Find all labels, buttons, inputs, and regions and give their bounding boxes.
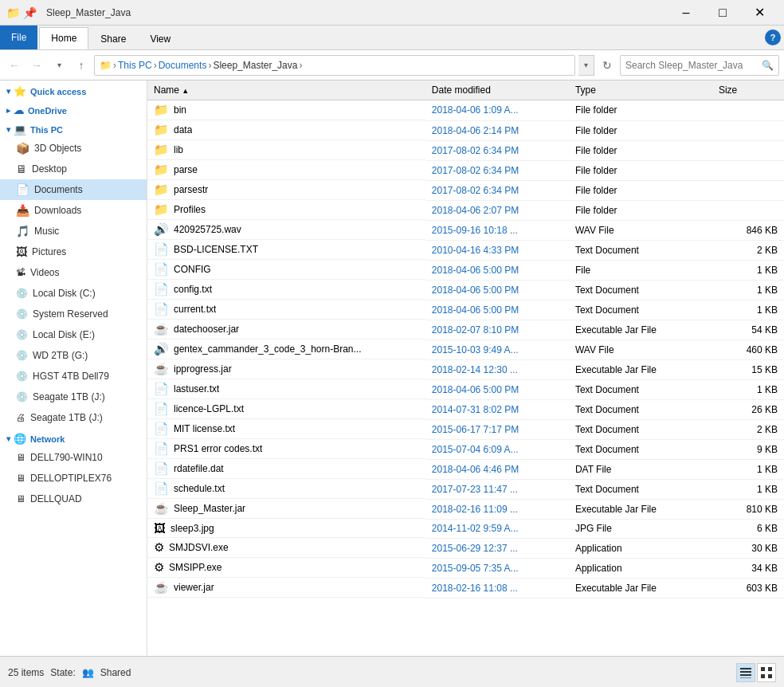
search-input[interactable]: [625, 60, 762, 71]
close-button[interactable]: ✕: [741, 0, 778, 26]
sidebar-item-videos[interactable]: 📽 Videos: [0, 262, 147, 283]
recent-locations-button[interactable]: ▾: [49, 56, 69, 75]
tab-file[interactable]: File: [0, 26, 37, 49]
table-row[interactable]: 🔊420925725.wav2015-09-16 10:18 ...WAV Fi…: [147, 220, 784, 240]
sidebar-item-desktop[interactable]: 🖥 Desktop: [0, 159, 147, 179]
downloads-label: Downloads: [34, 205, 81, 216]
sidebar-item-documents[interactable]: 📄 Documents: [0, 179, 147, 200]
table-row[interactable]: 📄PRS1 error codes.txt2015-07-04 6:09 A..…: [147, 439, 784, 459]
onedrive-icon: ☁: [14, 104, 24, 116]
this-pc-arrow: ▾: [6, 125, 10, 134]
table-row[interactable]: 📁data2018-04-06 2:14 PMFile folder: [147, 120, 784, 140]
sidebar-item-system-reserved[interactable]: 💿 System Reserved: [0, 304, 147, 324]
table-row[interactable]: ⚙SMSIPP.exe2015-09-05 7:35 A...Applicati…: [147, 558, 784, 578]
sidebar-section-quick-access[interactable]: ▾ ⭐ Quick access: [0, 80, 147, 100]
file-date: 2015-09-16 10:18 ...: [425, 220, 569, 240]
file-type: Executable Jar File: [569, 578, 712, 598]
sidebar-item-seagate-1tb[interactable]: 💿 Seagate 1TB (J:): [0, 387, 147, 407]
file-date: 2018-02-14 12:30 ...: [425, 359, 569, 379]
sidebar-section-onedrive[interactable]: ▸ ☁ OneDrive: [0, 100, 147, 119]
up-button[interactable]: ↑: [72, 56, 91, 75]
maximize-button[interactable]: □: [704, 0, 741, 26]
tab-share[interactable]: Share: [88, 28, 138, 49]
sidebar-item-wd-2tb[interactable]: 💿 WD 2TB (G:): [0, 345, 147, 366]
col-header-name[interactable]: Name ▲: [147, 80, 425, 100]
table-row[interactable]: ☕Sleep_Master.jar2018-02-16 11:09 ...Exe…: [147, 499, 784, 519]
sidebar-item-3d-objects[interactable]: 📦 3D Objects: [0, 138, 147, 159]
table-row[interactable]: 📁bin2018-04-06 1:09 A...File folder: [147, 100, 784, 121]
minimize-button[interactable]: –: [668, 0, 704, 26]
col-header-type[interactable]: Type: [569, 80, 712, 100]
back-button[interactable]: ←: [5, 56, 24, 75]
table-row[interactable]: 📁parse2017-08-02 6:34 PMFile folder: [147, 160, 784, 180]
sidebar-item-pictures[interactable]: 🖼 Pictures: [0, 241, 147, 262]
main-layout: ▾ ⭐ Quick access ▸ ☁ OneDrive ▾ 💻 This P…: [0, 80, 784, 656]
local-disk-c-icon: 💿: [16, 288, 28, 299]
table-row[interactable]: 📄schedule.txt2017-07-23 11:47 ...Text Do…: [147, 479, 784, 499]
details-view-button[interactable]: [736, 663, 755, 682]
ribbon: File Home Share View ?: [0, 26, 784, 50]
file-date: 2014-11-02 9:59 A...: [425, 519, 569, 538]
sidebar-item-seagate-1tb-2[interactable]: 🖨 Seagate 1TB (J:): [0, 407, 147, 428]
tab-view[interactable]: View: [138, 28, 182, 49]
file-type: File folder: [569, 160, 712, 180]
table-row[interactable]: 📁parsestr2017-08-02 6:34 PMFile folder: [147, 180, 784, 200]
table-row[interactable]: 📄current.txt2018-04-06 5:00 PMText Docum…: [147, 300, 784, 320]
sidebar-item-local-disk-e[interactable]: 💿 Local Disk (E:): [0, 324, 147, 345]
table-row[interactable]: 🔊gentex_cammander_3_code_3_horn-Bran...2…: [147, 340, 784, 359]
table-row[interactable]: 📄BSD-LICENSE.TXT2010-04-16 4:33 PMText D…: [147, 240, 784, 260]
dell790-icon: 🖥: [16, 452, 25, 463]
table-row[interactable]: 📄config.txt2018-04-06 5:00 PMText Docume…: [147, 280, 784, 300]
file-name: sleep3.jpg: [171, 523, 214, 534]
table-row[interactable]: 🖼sleep3.jpg2014-11-02 9:59 A...JPG File6…: [147, 519, 784, 538]
sidebar-item-dell790[interactable]: 🖥 DELL790-WIN10: [0, 447, 147, 468]
sidebar-item-downloads[interactable]: 📥 Downloads: [0, 200, 147, 221]
col-header-size[interactable]: Size: [712, 80, 784, 100]
file-icon: ☕: [154, 501, 169, 516]
sidebar: ▾ ⭐ Quick access ▸ ☁ OneDrive ▾ 💻 This P…: [0, 80, 147, 656]
svg-rect-7: [768, 674, 772, 678]
table-row[interactable]: ⚙SMJDSVI.exe2015-06-29 12:37 ...Applicat…: [147, 538, 784, 558]
file-size: 1 KB: [712, 300, 784, 320]
file-list-container[interactable]: Name ▲ Date modified Type Size 📁bin2018-…: [147, 80, 784, 656]
address-dropdown[interactable]: ▾: [578, 55, 594, 76]
table-row[interactable]: ☕viewer.jar2018-02-16 11:08 ...Executabl…: [147, 578, 784, 598]
large-icons-view-button[interactable]: [757, 663, 776, 682]
sidebar-item-music[interactable]: 🎵 Music: [0, 221, 147, 241]
file-type: Application: [569, 558, 712, 578]
file-size: 26 KB: [712, 399, 784, 419]
dellquad-label: DELLQUAD: [30, 493, 82, 504]
seagate-1tb-label: Seagate 1TB (J:): [33, 391, 105, 402]
table-row[interactable]: 📁Profiles2018-04-06 2:07 PMFile folder: [147, 200, 784, 220]
sidebar-section-this-pc[interactable]: ▾ 💻 This PC: [0, 119, 147, 138]
file-type: WAV File: [569, 340, 712, 359]
sidebar-section-network[interactable]: ▾ 🌐 Network: [0, 428, 147, 447]
help-button[interactable]: ?: [765, 29, 781, 45]
file-type: Text Document: [569, 240, 712, 260]
table-row[interactable]: 📄CONFIG2018-04-06 5:00 PMFile1 KB: [147, 260, 784, 280]
table-row[interactable]: ☕ipprogress.jar2018-02-14 12:30 ...Execu…: [147, 359, 784, 379]
sidebar-item-dellquad[interactable]: 🖥 DELLQUAD: [0, 489, 147, 509]
table-row[interactable]: 📄licence-LGPL.txt2014-07-31 8:02 PMText …: [147, 399, 784, 419]
sidebar-item-hgst-4tb[interactable]: 💿 HGST 4TB Dell79: [0, 366, 147, 387]
breadcrumb-current[interactable]: Sleep_Master_Java: [213, 60, 297, 71]
col-header-date[interactable]: Date modified: [425, 80, 569, 100]
refresh-button[interactable]: ↻: [598, 56, 617, 75]
file-type: Executable Jar File: [569, 359, 712, 379]
sidebar-item-delloptiplex[interactable]: 🖥 DELLOPTIPLEX76: [0, 468, 147, 489]
breadcrumb-documents[interactable]: Documents: [159, 60, 207, 71]
tab-home[interactable]: Home: [39, 27, 88, 49]
table-row[interactable]: 📁lib2017-08-02 6:34 PMFile folder: [147, 140, 784, 160]
breadcrumb-bar[interactable]: 📁 › This PC › Documents › Sleep_Master_J…: [94, 55, 575, 76]
table-row[interactable]: ☕datechooser.jar2018-02-07 8:10 PMExecut…: [147, 320, 784, 340]
table-row[interactable]: 📄MIT license.txt2015-06-17 7:17 PMText D…: [147, 419, 784, 439]
table-row[interactable]: 📄lastuser.txt2018-04-06 5:00 PMText Docu…: [147, 379, 784, 399]
forward-button[interactable]: →: [27, 56, 46, 75]
breadcrumb-this-pc[interactable]: This PC: [118, 60, 152, 71]
search-bar[interactable]: 🔍: [620, 55, 779, 76]
local-disk-e-label: Local Disk (E:): [33, 329, 95, 340]
table-row[interactable]: 📄rdatefile.dat2018-04-06 4:46 PMDAT File…: [147, 459, 784, 479]
file-name: BSD-LICENSE.TXT: [174, 244, 258, 255]
file-type: Text Document: [569, 280, 712, 300]
sidebar-item-local-disk-c[interactable]: 💿 Local Disk (C:): [0, 283, 147, 304]
